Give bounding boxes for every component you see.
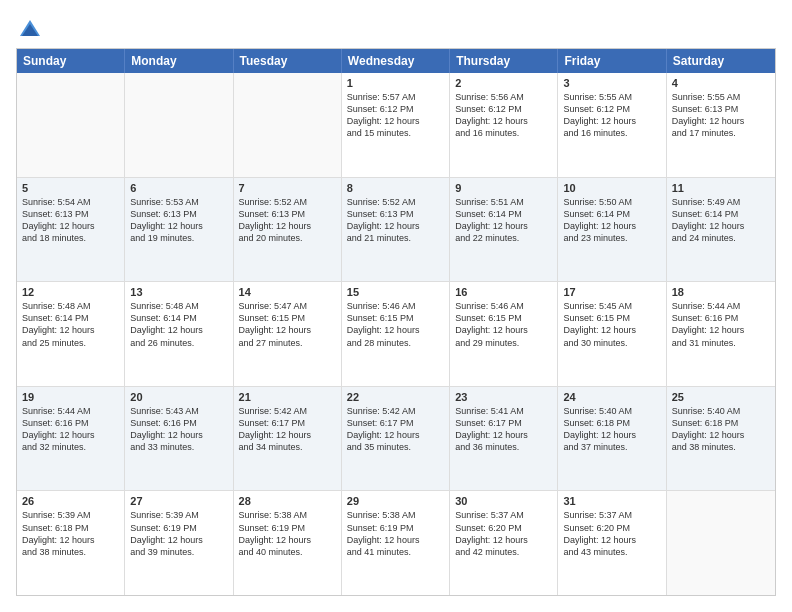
calendar-cell: 19Sunrise: 5:44 AM Sunset: 6:16 PM Dayli… [17, 387, 125, 491]
calendar-cell: 3Sunrise: 5:55 AM Sunset: 6:12 PM Daylig… [558, 73, 666, 177]
day-detail: Sunrise: 5:38 AM Sunset: 6:19 PM Dayligh… [347, 509, 444, 558]
day-number: 27 [130, 495, 227, 507]
calendar-cell: 7Sunrise: 5:52 AM Sunset: 6:13 PM Daylig… [234, 178, 342, 282]
calendar-cell: 24Sunrise: 5:40 AM Sunset: 6:18 PM Dayli… [558, 387, 666, 491]
header-cell-saturday: Saturday [667, 49, 775, 73]
day-number: 13 [130, 286, 227, 298]
calendar-cell: 10Sunrise: 5:50 AM Sunset: 6:14 PM Dayli… [558, 178, 666, 282]
day-number: 30 [455, 495, 552, 507]
day-detail: Sunrise: 5:38 AM Sunset: 6:19 PM Dayligh… [239, 509, 336, 558]
day-number: 22 [347, 391, 444, 403]
day-number: 23 [455, 391, 552, 403]
header-cell-tuesday: Tuesday [234, 49, 342, 73]
header-cell-friday: Friday [558, 49, 666, 73]
day-number: 28 [239, 495, 336, 507]
day-detail: Sunrise: 5:52 AM Sunset: 6:13 PM Dayligh… [239, 196, 336, 245]
calendar-cell: 8Sunrise: 5:52 AM Sunset: 6:13 PM Daylig… [342, 178, 450, 282]
day-number: 8 [347, 182, 444, 194]
calendar-body: 1Sunrise: 5:57 AM Sunset: 6:12 PM Daylig… [17, 73, 775, 595]
calendar-cell: 28Sunrise: 5:38 AM Sunset: 6:19 PM Dayli… [234, 491, 342, 595]
calendar-cell [17, 73, 125, 177]
day-number: 9 [455, 182, 552, 194]
calendar-row-3: 12Sunrise: 5:48 AM Sunset: 6:14 PM Dayli… [17, 281, 775, 386]
day-detail: Sunrise: 5:57 AM Sunset: 6:12 PM Dayligh… [347, 91, 444, 140]
header [16, 16, 776, 44]
day-detail: Sunrise: 5:42 AM Sunset: 6:17 PM Dayligh… [239, 405, 336, 454]
calendar-cell [125, 73, 233, 177]
calendar-cell: 30Sunrise: 5:37 AM Sunset: 6:20 PM Dayli… [450, 491, 558, 595]
day-detail: Sunrise: 5:37 AM Sunset: 6:20 PM Dayligh… [455, 509, 552, 558]
day-detail: Sunrise: 5:46 AM Sunset: 6:15 PM Dayligh… [455, 300, 552, 349]
day-number: 29 [347, 495, 444, 507]
day-detail: Sunrise: 5:42 AM Sunset: 6:17 PM Dayligh… [347, 405, 444, 454]
day-number: 2 [455, 77, 552, 89]
day-number: 25 [672, 391, 770, 403]
day-number: 3 [563, 77, 660, 89]
calendar-cell: 13Sunrise: 5:48 AM Sunset: 6:14 PM Dayli… [125, 282, 233, 386]
calendar-cell: 29Sunrise: 5:38 AM Sunset: 6:19 PM Dayli… [342, 491, 450, 595]
day-detail: Sunrise: 5:43 AM Sunset: 6:16 PM Dayligh… [130, 405, 227, 454]
day-detail: Sunrise: 5:48 AM Sunset: 6:14 PM Dayligh… [22, 300, 119, 349]
day-number: 21 [239, 391, 336, 403]
day-number: 26 [22, 495, 119, 507]
day-detail: Sunrise: 5:55 AM Sunset: 6:12 PM Dayligh… [563, 91, 660, 140]
day-number: 31 [563, 495, 660, 507]
day-number: 14 [239, 286, 336, 298]
day-detail: Sunrise: 5:56 AM Sunset: 6:12 PM Dayligh… [455, 91, 552, 140]
day-detail: Sunrise: 5:48 AM Sunset: 6:14 PM Dayligh… [130, 300, 227, 349]
calendar-cell: 23Sunrise: 5:41 AM Sunset: 6:17 PM Dayli… [450, 387, 558, 491]
calendar-cell: 16Sunrise: 5:46 AM Sunset: 6:15 PM Dayli… [450, 282, 558, 386]
logo-icon [16, 16, 44, 44]
day-number: 24 [563, 391, 660, 403]
header-cell-thursday: Thursday [450, 49, 558, 73]
logo [16, 16, 48, 44]
day-detail: Sunrise: 5:39 AM Sunset: 6:18 PM Dayligh… [22, 509, 119, 558]
day-number: 11 [672, 182, 770, 194]
calendar-row-4: 19Sunrise: 5:44 AM Sunset: 6:16 PM Dayli… [17, 386, 775, 491]
calendar-cell: 20Sunrise: 5:43 AM Sunset: 6:16 PM Dayli… [125, 387, 233, 491]
day-detail: Sunrise: 5:51 AM Sunset: 6:14 PM Dayligh… [455, 196, 552, 245]
day-detail: Sunrise: 5:40 AM Sunset: 6:18 PM Dayligh… [563, 405, 660, 454]
day-detail: Sunrise: 5:41 AM Sunset: 6:17 PM Dayligh… [455, 405, 552, 454]
calendar-cell: 25Sunrise: 5:40 AM Sunset: 6:18 PM Dayli… [667, 387, 775, 491]
day-number: 16 [455, 286, 552, 298]
calendar-cell: 12Sunrise: 5:48 AM Sunset: 6:14 PM Dayli… [17, 282, 125, 386]
calendar-cell [234, 73, 342, 177]
calendar-cell: 2Sunrise: 5:56 AM Sunset: 6:12 PM Daylig… [450, 73, 558, 177]
calendar-cell: 15Sunrise: 5:46 AM Sunset: 6:15 PM Dayli… [342, 282, 450, 386]
calendar-cell: 5Sunrise: 5:54 AM Sunset: 6:13 PM Daylig… [17, 178, 125, 282]
calendar-cell: 22Sunrise: 5:42 AM Sunset: 6:17 PM Dayli… [342, 387, 450, 491]
day-detail: Sunrise: 5:50 AM Sunset: 6:14 PM Dayligh… [563, 196, 660, 245]
day-number: 15 [347, 286, 444, 298]
header-cell-wednesday: Wednesday [342, 49, 450, 73]
day-number: 4 [672, 77, 770, 89]
day-detail: Sunrise: 5:44 AM Sunset: 6:16 PM Dayligh… [672, 300, 770, 349]
calendar-header: SundayMondayTuesdayWednesdayThursdayFrid… [17, 49, 775, 73]
day-number: 10 [563, 182, 660, 194]
calendar-cell: 1Sunrise: 5:57 AM Sunset: 6:12 PM Daylig… [342, 73, 450, 177]
calendar-row-5: 26Sunrise: 5:39 AM Sunset: 6:18 PM Dayli… [17, 490, 775, 595]
calendar-cell: 6Sunrise: 5:53 AM Sunset: 6:13 PM Daylig… [125, 178, 233, 282]
calendar-cell: 17Sunrise: 5:45 AM Sunset: 6:15 PM Dayli… [558, 282, 666, 386]
header-cell-monday: Monday [125, 49, 233, 73]
calendar-cell: 4Sunrise: 5:55 AM Sunset: 6:13 PM Daylig… [667, 73, 775, 177]
calendar-cell: 27Sunrise: 5:39 AM Sunset: 6:19 PM Dayli… [125, 491, 233, 595]
calendar-cell: 18Sunrise: 5:44 AM Sunset: 6:16 PM Dayli… [667, 282, 775, 386]
day-number: 6 [130, 182, 227, 194]
day-detail: Sunrise: 5:53 AM Sunset: 6:13 PM Dayligh… [130, 196, 227, 245]
calendar-cell: 31Sunrise: 5:37 AM Sunset: 6:20 PM Dayli… [558, 491, 666, 595]
calendar-row-2: 5Sunrise: 5:54 AM Sunset: 6:13 PM Daylig… [17, 177, 775, 282]
day-number: 19 [22, 391, 119, 403]
day-detail: Sunrise: 5:44 AM Sunset: 6:16 PM Dayligh… [22, 405, 119, 454]
header-cell-sunday: Sunday [17, 49, 125, 73]
calendar-cell [667, 491, 775, 595]
day-detail: Sunrise: 5:55 AM Sunset: 6:13 PM Dayligh… [672, 91, 770, 140]
day-detail: Sunrise: 5:45 AM Sunset: 6:15 PM Dayligh… [563, 300, 660, 349]
day-number: 12 [22, 286, 119, 298]
day-number: 17 [563, 286, 660, 298]
calendar-cell: 9Sunrise: 5:51 AM Sunset: 6:14 PM Daylig… [450, 178, 558, 282]
calendar-cell: 26Sunrise: 5:39 AM Sunset: 6:18 PM Dayli… [17, 491, 125, 595]
day-detail: Sunrise: 5:49 AM Sunset: 6:14 PM Dayligh… [672, 196, 770, 245]
day-detail: Sunrise: 5:40 AM Sunset: 6:18 PM Dayligh… [672, 405, 770, 454]
day-number: 1 [347, 77, 444, 89]
